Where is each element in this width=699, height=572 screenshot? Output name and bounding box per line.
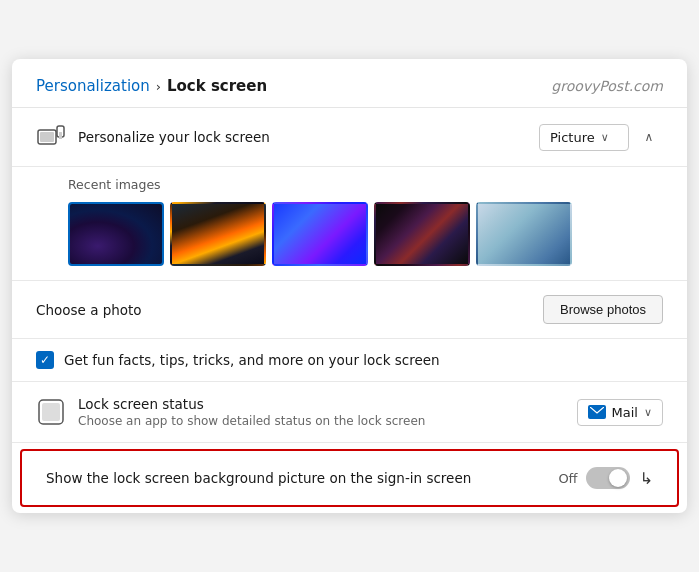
breadcrumb-current: Lock screen: [167, 77, 267, 95]
lock-status-section: Lock screen status Choose an app to show…: [12, 382, 687, 443]
breadcrumb-parent[interactable]: Personalization: [36, 77, 150, 95]
images-row: [68, 202, 663, 266]
picture-dropdown[interactable]: Picture ∨: [539, 124, 629, 151]
mail-icon: [588, 405, 606, 419]
header: Personalization › Lock screen groovyPost…: [12, 59, 687, 108]
svg-rect-3: [59, 132, 62, 139]
thumbnail-4[interactable]: [374, 202, 470, 266]
personalize-label: Personalize your lock screen: [78, 129, 270, 145]
signin-control: Off ↳: [558, 467, 653, 489]
content-area: Personalize your lock screen Picture ∨ ∧…: [12, 108, 687, 507]
watermark: groovyPost.com: [551, 78, 663, 94]
status-left: Lock screen status Choose an app to show…: [36, 396, 425, 428]
personalize-left: Personalize your lock screen: [36, 122, 270, 152]
svg-rect-1: [40, 132, 54, 142]
fun-facts-section: ✓ Get fun facts, tips, tricks, and more …: [12, 339, 687, 382]
signin-label: Show the lock screen background picture …: [46, 470, 558, 486]
thumbnail-3[interactable]: [272, 202, 368, 266]
collapse-icon: ∧: [645, 130, 654, 144]
choose-photo-section: Choose a photo Browse photos: [12, 281, 687, 339]
thumbnail-5[interactable]: [476, 202, 572, 266]
cursor-icon: ↳: [640, 469, 653, 488]
toggle-knob: [609, 469, 627, 487]
personalize-control: Picture ∨ ∧: [539, 123, 663, 151]
thumbnail-2[interactable]: [170, 202, 266, 266]
mail-dropdown-value: Mail: [612, 405, 638, 420]
fun-facts-checkbox[interactable]: ✓: [36, 351, 54, 369]
thumbnail-1[interactable]: [68, 202, 164, 266]
signin-section: Show the lock screen background picture …: [20, 449, 679, 507]
lock-screen-icon: [36, 122, 66, 152]
personalize-section: Personalize your lock screen Picture ∨ ∧: [12, 108, 687, 167]
svg-rect-5: [42, 403, 60, 421]
checkbox-check-icon: ✓: [40, 354, 50, 366]
recent-images-section: Recent images: [12, 167, 687, 281]
dropdown-arrow-icon: ∨: [601, 131, 609, 144]
signin-off-label: Off: [558, 471, 577, 486]
personalize-row: Personalize your lock screen Picture ∨ ∧: [36, 122, 663, 152]
fun-facts-label: Get fun facts, tips, tricks, and more on…: [64, 352, 440, 368]
recent-images-label: Recent images: [68, 177, 663, 192]
mail-dropdown[interactable]: Mail ∨: [577, 399, 663, 426]
status-title: Lock screen status: [78, 396, 425, 412]
mail-dropdown-arrow-icon: ∨: [644, 406, 652, 419]
breadcrumb: Personalization › Lock screen: [36, 77, 267, 95]
signin-toggle[interactable]: [586, 467, 630, 489]
collapse-button[interactable]: ∧: [635, 123, 663, 151]
status-subtitle: Choose an app to show detailed status on…: [78, 414, 425, 428]
settings-window: Personalization › Lock screen groovyPost…: [12, 59, 687, 513]
picture-dropdown-value: Picture: [550, 130, 595, 145]
browse-photos-button[interactable]: Browse photos: [543, 295, 663, 324]
lock-status-icon: [36, 397, 66, 427]
breadcrumb-chevron: ›: [156, 79, 161, 94]
status-text: Lock screen status Choose an app to show…: [78, 396, 425, 428]
choose-photo-label: Choose a photo: [36, 302, 142, 318]
